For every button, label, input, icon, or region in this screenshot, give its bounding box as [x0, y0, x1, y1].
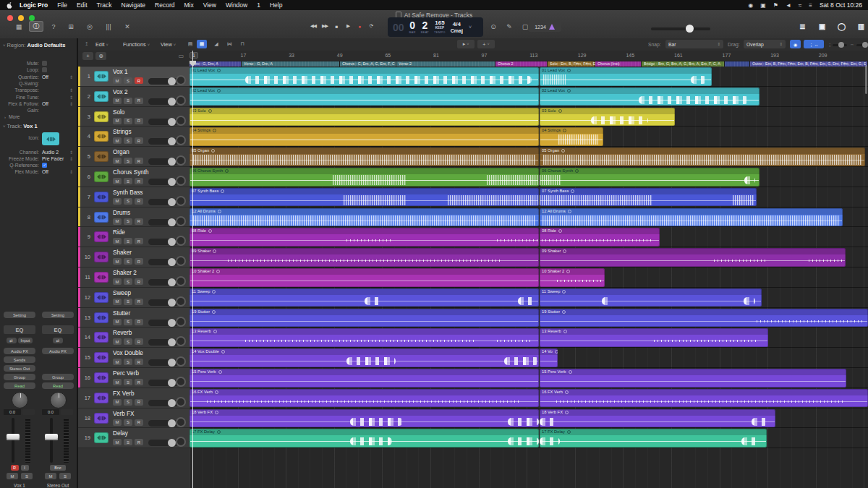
volume-slider[interactable]	[148, 219, 179, 226]
more-disclosure[interactable]: › More	[4, 114, 20, 119]
volume-slider[interactable]	[148, 239, 179, 245]
track-header-verb-fx[interactable]: 18Verb FXMSR	[78, 408, 190, 429]
record-button[interactable]: R	[135, 319, 143, 325]
region-inspector-header[interactable]: ˅Region: Audio Defaults	[3, 42, 75, 48]
setting-button[interactable]: Setting	[4, 312, 35, 318]
track-icon[interactable]	[94, 292, 109, 303]
record-button[interactable]: R	[135, 419, 143, 426]
screen-record-icon[interactable]: ▣	[760, 2, 766, 9]
fader-cap[interactable]	[45, 434, 58, 440]
mute-button[interactable]: M	[113, 278, 122, 285]
mute-button[interactable]: M	[113, 338, 122, 345]
pan-knob[interactable]	[176, 317, 186, 327]
region-13-reverb-2[interactable]: 13 Reverb	[540, 328, 768, 347]
region-11-sweep-2[interactable]: 11 Sweep	[540, 288, 762, 307]
track-icon[interactable]	[94, 212, 109, 223]
volume-slider[interactable]	[148, 299, 179, 306]
menu-item-edit[interactable]: Edit	[77, 1, 88, 9]
pan-knob[interactable]	[176, 377, 186, 387]
cycle-button[interactable]: ⟳	[366, 21, 376, 31]
stepper-icon[interactable]: ⇕	[69, 150, 73, 155]
solo-button[interactable]: S	[124, 98, 132, 104]
volume-slider[interactable]	[148, 339, 179, 346]
solo-button[interactable]: S	[124, 439, 132, 445]
stepper-icon[interactable]: ⇕	[69, 169, 73, 174]
stop-button[interactable]: ■	[331, 21, 341, 31]
bar-ruler[interactable]: 1173349658197113129145161177193209	[190, 51, 868, 61]
menu-clock[interactable]: Sat 8 Oct 10:26	[820, 1, 862, 9]
track-header-delay[interactable]: 19DelayMSR	[78, 428, 190, 448]
record-button[interactable]: R	[135, 399, 143, 406]
ruler-tick[interactable]: 65	[385, 53, 391, 58]
eq-slot[interactable]: EQ	[4, 325, 35, 334]
track-icon[interactable]	[94, 151, 109, 162]
pan-knob[interactable]	[176, 296, 186, 307]
command-tool-menu[interactable]: +˅	[477, 40, 495, 48]
library-icon[interactable]: ▦	[12, 21, 26, 32]
region-12-all-drums-2[interactable]: 12 All Drums	[540, 208, 843, 227]
track-icon[interactable]	[94, 372, 109, 383]
volume-slider[interactable]	[148, 199, 179, 205]
quick-help-icon[interactable]: ?	[46, 21, 61, 32]
pan-knob[interactable]	[176, 336, 186, 346]
track-header-drums[interactable]: 8DrumsMSR	[78, 207, 190, 228]
volume-slider[interactable]	[148, 158, 179, 165]
track-header-chorus-synth[interactable]: 6Chorus SynthMSR	[78, 167, 190, 187]
region-07-synth-bass-2[interactable]: 07 Synth Bass	[540, 188, 757, 207]
mute-button[interactable]: M	[113, 118, 122, 124]
volume-slider[interactable]	[148, 119, 179, 125]
ruler-tick[interactable]: 17	[241, 53, 247, 58]
stepper-icon[interactable]: ⇕	[69, 101, 73, 106]
solo-button[interactable]: S	[124, 158, 132, 164]
solo-button[interactable]: S	[124, 118, 132, 124]
menu-item-record[interactable]: Record	[155, 1, 174, 9]
rewind-button[interactable]: ◀◀	[308, 21, 318, 31]
pan-knob[interactable]	[176, 256, 186, 266]
arrangement-marker-chorus[interactable]: Chorus - C, Em, A, C, Em, F, C	[340, 61, 396, 67]
menu-item-navigate[interactable]: Navigate	[122, 1, 146, 9]
functions-menu[interactable]: Functions˅	[123, 41, 150, 48]
q-reference-checkbox[interactable]: ✓	[42, 163, 47, 168]
track-icon[interactable]	[94, 432, 109, 443]
solo-button[interactable]: S	[124, 359, 132, 365]
region-14-vo-2[interactable]: 14 Vo	[540, 348, 558, 367]
volume-slider[interactable]	[148, 259, 179, 265]
stepper-icon[interactable]: ⇕	[69, 87, 73, 93]
toolbox-icon[interactable]: ⊞	[64, 21, 78, 32]
pan-knob[interactable]	[176, 397, 186, 407]
stepper-icon[interactable]: ⇕	[69, 156, 73, 161]
record-enable-button[interactable]: R	[11, 465, 19, 471]
solo-button[interactable]: S	[124, 319, 132, 325]
solo-button[interactable]: S	[124, 198, 132, 205]
pan-knob[interactable]	[176, 155, 186, 166]
keyboard-flag-icon[interactable]: ⚑	[773, 2, 778, 9]
varispeed-icon[interactable]: ⊓	[237, 40, 247, 48]
region-02-lead-vox-1[interactable]: 02 Lead Vox	[190, 87, 539, 106]
region-05-organ-2[interactable]: 05 Organ	[540, 147, 865, 166]
ruler-tick[interactable]: 113	[529, 53, 537, 58]
automation-icon[interactable]: ◢	[211, 40, 221, 48]
lcd-chevron-icon[interactable]: ˅	[469, 25, 472, 30]
track-icon[interactable]	[94, 91, 109, 102]
region-19-stutter-2[interactable]: 19 Stutter	[540, 309, 868, 328]
volume-slider[interactable]	[148, 98, 179, 105]
track-header-perc-verb[interactable]: 16Perc VerbMSR	[78, 368, 190, 388]
track-icon[interactable]	[94, 171, 109, 182]
ruler-tick[interactable]: 49	[337, 53, 343, 58]
volume-slider[interactable]	[148, 359, 179, 366]
track-icon[interactable]	[94, 252, 109, 262]
menu-item-1[interactable]: 1	[257, 1, 260, 9]
record-button[interactable]: ●	[354, 21, 365, 31]
track-inspector-header[interactable]: ˅Track: Vox 1	[3, 123, 75, 129]
playhead[interactable]	[192, 51, 193, 488]
region-19-stutter-1[interactable]: 19 Stutter	[190, 309, 539, 328]
track-header-shaker[interactable]: 10ShakerMSR	[78, 247, 190, 267]
horizontal-zoom-slider[interactable]	[856, 44, 868, 46]
menu-item-logic-pro[interactable]: Logic Pro	[20, 1, 48, 9]
track-header-reverb[interactable]: 14ReverbMSR	[78, 328, 190, 348]
apple-menu[interactable]	[6, 1, 12, 9]
solo-button[interactable]: S	[124, 419, 132, 426]
solo-button[interactable]: S	[124, 77, 132, 84]
note-pads-icon[interactable]: ▣	[814, 21, 830, 32]
volume-fader[interactable]	[4, 418, 35, 463]
